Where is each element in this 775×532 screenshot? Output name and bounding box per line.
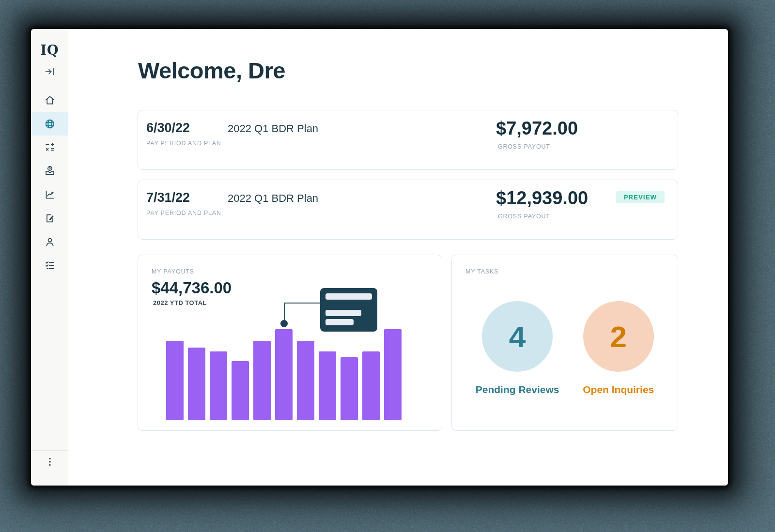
sidebar-item-calculations[interactable]	[31, 136, 68, 159]
sidebar-item-payments[interactable]: $	[31, 159, 68, 182]
profile-icon	[44, 236, 56, 248]
chart-bar[interactable]	[384, 329, 402, 420]
tooltip-skeleton-row	[326, 293, 372, 300]
tooltip-leader-line	[284, 303, 321, 304]
pending-reviews-tile[interactable]: 4 Pending Reviews	[476, 301, 559, 395]
app-window: IQ	[31, 29, 728, 486]
app-logo: IQ	[31, 43, 68, 58]
my-tasks-label: MY TASKS	[465, 268, 498, 275]
my-payouts-card: MY PAYOUTS $44,736.00 2022 YTD TOTAL	[138, 255, 442, 431]
pay-period-date: 6/30/22	[146, 121, 190, 136]
chart-bar[interactable]	[253, 341, 271, 420]
chart-tooltip	[320, 288, 377, 332]
sidebar-overflow-menu[interactable]	[31, 450, 68, 473]
pay-period-date: 7/31/22	[146, 190, 190, 205]
svg-text:$: $	[49, 167, 51, 170]
open-inquiries-label: Open Inquiries	[583, 384, 654, 395]
pay-period-plan: 2022 Q1 BDR Plan	[228, 192, 318, 205]
chart-bar[interactable]	[188, 348, 205, 420]
tooltip-anchor-dot	[280, 320, 288, 327]
chart-bar-highlighted[interactable]	[275, 329, 293, 420]
tooltip-skeleton-row	[326, 319, 354, 325]
page-title: Welcome, Dre	[138, 57, 285, 84]
checklist-icon	[44, 259, 56, 271]
sidebar-item-reports[interactable]	[31, 183, 68, 206]
pay-period-card-2[interactable]: 7/31/22 2022 Q1 BDR Plan PAY PERIOD AND …	[138, 180, 678, 240]
pending-reviews-label: Pending Reviews	[476, 384, 559, 395]
globe-icon	[44, 118, 56, 130]
pay-period-label: PAY PERIOD AND PLAN	[146, 140, 221, 147]
chart-bar[interactable]	[362, 351, 380, 420]
sidebar-item-collapse[interactable]	[31, 60, 68, 83]
chart-bar[interactable]	[210, 351, 227, 420]
gross-payout-label: GROSS PAYOUT	[498, 213, 550, 220]
main-content: Welcome, Dre 6/30/22 2022 Q1 BDR Plan PA…	[68, 29, 728, 486]
tooltip-skeleton-row	[326, 310, 361, 316]
chart-bar[interactable]	[319, 351, 336, 420]
chart-bar[interactable]	[166, 341, 184, 420]
pending-reviews-count: 4	[482, 301, 553, 372]
preview-badge: PREVIEW	[616, 191, 665, 203]
pay-period-plan: 2022 Q1 BDR Plan	[228, 122, 318, 135]
chart-bar[interactable]	[232, 361, 249, 420]
open-inquiries-count: 2	[583, 301, 654, 372]
payout-bar-chart	[166, 329, 402, 420]
sidebar-item-plans-active[interactable]	[31, 112, 68, 136]
chart-bar[interactable]	[297, 341, 314, 420]
payout-inbox-icon: $	[44, 165, 56, 177]
pay-period-label: PAY PERIOD AND PLAN	[146, 210, 221, 216]
pay-period-card-1[interactable]: 6/30/22 2022 Q1 BDR Plan PAY PERIOD AND …	[138, 110, 678, 170]
sidebar-item-approvals[interactable]	[31, 207, 68, 230]
edit-document-icon	[44, 213, 56, 224]
calculator-icon	[44, 141, 56, 153]
collapse-arrow-icon	[44, 66, 56, 77]
sidebar-item-profile[interactable]	[31, 230, 68, 254]
ytd-total-label: 2022 YTD TOTAL	[153, 299, 207, 306]
sidebar: IQ	[31, 29, 68, 486]
line-chart-icon	[44, 189, 56, 200]
my-tasks-card: MY TASKS 4 Pending Reviews 2 Open Inquir…	[451, 255, 678, 431]
task-tiles: 4 Pending Reviews 2 Open Inquiries	[452, 301, 678, 395]
open-inquiries-tile[interactable]: 2 Open Inquiries	[583, 301, 654, 395]
gross-payout-amount: $7,972.00	[496, 118, 578, 139]
home-icon	[44, 94, 56, 106]
chart-bar[interactable]	[341, 357, 358, 420]
sidebar-item-tasks[interactable]	[31, 254, 68, 277]
my-payouts-label: MY PAYOUTS	[152, 268, 194, 275]
sidebar-item-home[interactable]	[31, 89, 68, 112]
ytd-total-amount: $44,736.00	[152, 279, 232, 297]
gross-payout-label: GROSS PAYOUT	[498, 143, 550, 150]
kebab-menu-icon	[44, 456, 56, 468]
gross-payout-amount: $12,939.00	[496, 188, 588, 209]
